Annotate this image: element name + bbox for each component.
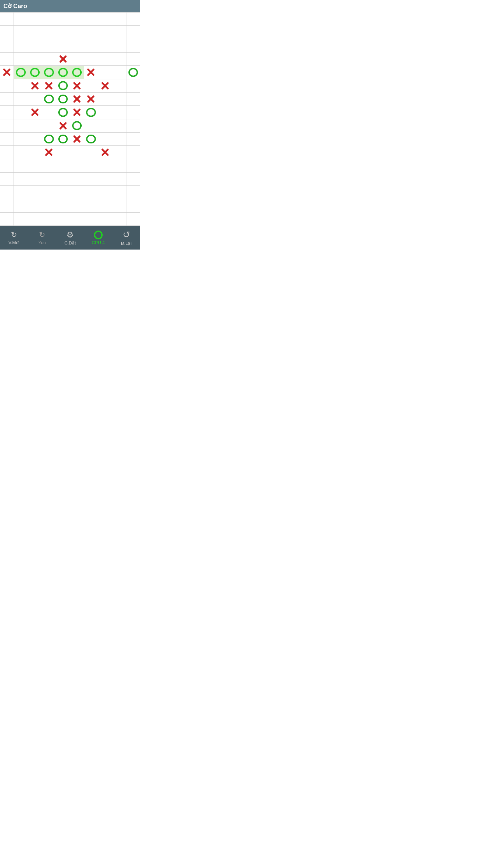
board-cell[interactable] bbox=[126, 79, 140, 93]
board-cell[interactable] bbox=[14, 199, 28, 212]
board-cell[interactable] bbox=[42, 213, 56, 226]
board-cell[interactable] bbox=[28, 39, 42, 53]
board-cell[interactable] bbox=[28, 13, 42, 26]
board-cell[interactable] bbox=[84, 159, 98, 172]
board-cell[interactable] bbox=[42, 186, 56, 199]
board-cell[interactable] bbox=[70, 119, 84, 133]
you-button[interactable]: ↻ You bbox=[28, 231, 56, 245]
board-cell[interactable] bbox=[126, 106, 140, 119]
board-cell[interactable] bbox=[84, 106, 98, 119]
board-cell[interactable] bbox=[0, 119, 14, 133]
board-cell[interactable] bbox=[0, 173, 14, 186]
board-cell[interactable] bbox=[112, 93, 126, 106]
board-cell[interactable] bbox=[14, 79, 28, 93]
board-cell[interactable] bbox=[42, 26, 56, 39]
board-cell[interactable] bbox=[14, 159, 28, 172]
board-cell[interactable] bbox=[14, 39, 28, 53]
cpu-button[interactable]: CPU 4 bbox=[84, 231, 112, 245]
board-cell[interactable] bbox=[28, 199, 42, 212]
board-cell[interactable] bbox=[70, 159, 84, 172]
board-cell[interactable] bbox=[98, 93, 112, 106]
board-cell[interactable] bbox=[56, 199, 70, 212]
board-cell[interactable] bbox=[112, 106, 126, 119]
board-cell[interactable] bbox=[56, 146, 70, 159]
board-cell[interactable] bbox=[84, 133, 98, 146]
board-cell[interactable] bbox=[126, 133, 140, 146]
board-cell[interactable] bbox=[56, 79, 70, 93]
board-cell[interactable] bbox=[14, 173, 28, 186]
board-cell[interactable] bbox=[98, 186, 112, 199]
game-board[interactable] bbox=[0, 12, 140, 226]
board-cell[interactable] bbox=[0, 26, 14, 39]
board-cell[interactable] bbox=[98, 39, 112, 53]
board-cell[interactable] bbox=[126, 146, 140, 159]
board-cell[interactable] bbox=[70, 66, 84, 79]
board-cell[interactable] bbox=[112, 159, 126, 172]
board-cell[interactable] bbox=[126, 186, 140, 199]
board-cell[interactable] bbox=[126, 199, 140, 212]
board-cell[interactable] bbox=[42, 199, 56, 212]
board-cell[interactable] bbox=[112, 66, 126, 79]
board-cell[interactable] bbox=[56, 39, 70, 53]
board-cell[interactable] bbox=[98, 199, 112, 212]
board-cell[interactable] bbox=[112, 119, 126, 133]
board-cell[interactable] bbox=[14, 186, 28, 199]
board-cell[interactable] bbox=[84, 119, 98, 133]
board-cell[interactable] bbox=[0, 186, 14, 199]
board-cell[interactable] bbox=[126, 66, 140, 79]
board-cell[interactable] bbox=[42, 119, 56, 133]
board-cell[interactable] bbox=[98, 133, 112, 146]
board-cell[interactable] bbox=[98, 79, 112, 93]
board-cell[interactable] bbox=[98, 173, 112, 186]
board-cell[interactable] bbox=[42, 106, 56, 119]
board-cell[interactable] bbox=[126, 39, 140, 53]
board-cell[interactable] bbox=[70, 106, 84, 119]
board-cell[interactable] bbox=[42, 79, 56, 93]
board-cell[interactable] bbox=[56, 213, 70, 226]
board-cell[interactable] bbox=[14, 53, 28, 66]
board-cell[interactable] bbox=[126, 53, 140, 66]
board-cell[interactable] bbox=[70, 93, 84, 106]
board-cell[interactable] bbox=[14, 13, 28, 26]
board-cell[interactable] bbox=[84, 13, 98, 26]
board-cell[interactable] bbox=[70, 186, 84, 199]
board-cell[interactable] bbox=[14, 93, 28, 106]
board-cell[interactable] bbox=[0, 53, 14, 66]
board-cell[interactable] bbox=[0, 199, 14, 212]
board-cell[interactable] bbox=[28, 26, 42, 39]
board-cell[interactable] bbox=[14, 213, 28, 226]
board-cell[interactable] bbox=[98, 26, 112, 39]
board-cell[interactable] bbox=[56, 93, 70, 106]
board-cell[interactable] bbox=[84, 53, 98, 66]
board-cell[interactable] bbox=[112, 79, 126, 93]
board-cell[interactable] bbox=[42, 133, 56, 146]
board-cell[interactable] bbox=[126, 159, 140, 172]
board-cell[interactable] bbox=[56, 173, 70, 186]
board-cell[interactable] bbox=[112, 146, 126, 159]
board-cell[interactable] bbox=[98, 13, 112, 26]
board-cell[interactable] bbox=[42, 173, 56, 186]
board-cell[interactable] bbox=[0, 146, 14, 159]
board-cell[interactable] bbox=[56, 119, 70, 133]
board-cell[interactable] bbox=[98, 53, 112, 66]
board-cell[interactable] bbox=[98, 106, 112, 119]
board-cell[interactable] bbox=[84, 93, 98, 106]
board-cell[interactable] bbox=[56, 186, 70, 199]
new-game-button[interactable]: ↻ V.Mới bbox=[0, 231, 28, 245]
board-cell[interactable] bbox=[98, 146, 112, 159]
board-cell[interactable] bbox=[0, 159, 14, 172]
board-cell[interactable] bbox=[112, 39, 126, 53]
board-cell[interactable] bbox=[84, 146, 98, 159]
board-cell[interactable] bbox=[56, 13, 70, 26]
board-cell[interactable] bbox=[70, 173, 84, 186]
board-cell[interactable] bbox=[28, 53, 42, 66]
board-cell[interactable] bbox=[98, 159, 112, 172]
board-cell[interactable] bbox=[70, 13, 84, 26]
board-cell[interactable] bbox=[126, 213, 140, 226]
settings-button[interactable]: ⚙ C.Đặt bbox=[56, 230, 84, 245]
board-cell[interactable] bbox=[70, 53, 84, 66]
board-cell[interactable] bbox=[14, 119, 28, 133]
board-cell[interactable] bbox=[0, 79, 14, 93]
board-cell[interactable] bbox=[56, 66, 70, 79]
board-cell[interactable] bbox=[112, 213, 126, 226]
